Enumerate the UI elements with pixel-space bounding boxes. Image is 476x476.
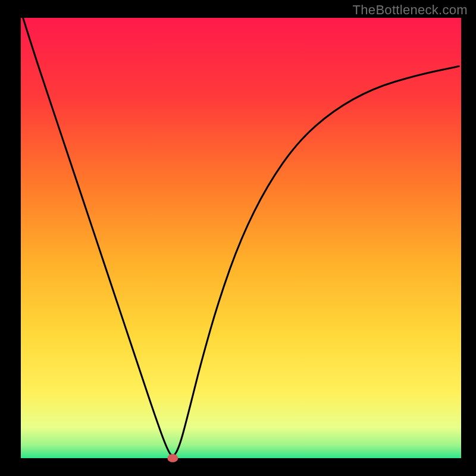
heatmap-background — [21, 18, 461, 458]
attribution-label: TheBottleneck.com — [353, 2, 468, 18]
chart-container: TheBottleneck.com — [0, 0, 476, 476]
optimal-point-marker — [167, 454, 178, 462]
bottleneck-chart — [0, 0, 476, 476]
